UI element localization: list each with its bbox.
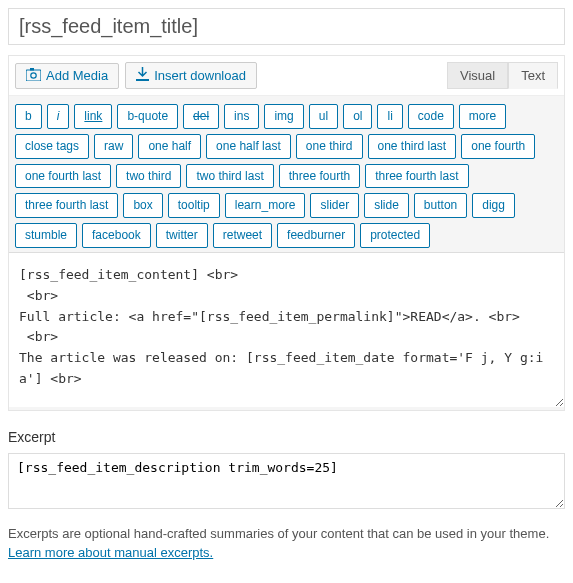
quicktag-slider[interactable]: slider [310,193,359,218]
quicktag-raw[interactable]: raw [94,134,133,159]
svg-point-1 [31,72,36,77]
svg-rect-3 [136,79,149,81]
quicktag-retweet[interactable]: retweet [213,223,272,248]
excerpt-help-link[interactable]: Learn more about manual excerpts. [8,545,213,560]
post-title-input[interactable] [8,8,565,45]
excerpt-label: Excerpt [8,429,565,445]
excerpt-help-text: Excerpts are optional hand-crafted summa… [8,524,565,563]
excerpt-help: Excerpts are optional hand-crafted summa… [8,526,549,541]
content-textarea[interactable] [9,252,564,407]
quicktag-button[interactable]: button [414,193,467,218]
quicktag-one-half[interactable]: one half [138,134,201,159]
quicktag-facebook[interactable]: facebook [82,223,151,248]
editor-tabs: Visual Text [447,62,558,89]
quicktag-one-half-last[interactable]: one half last [206,134,291,159]
quicktag-slide[interactable]: slide [364,193,409,218]
quicktag-three-fourth-last[interactable]: three fourth last [365,164,468,189]
quicktag-i[interactable]: i [47,104,70,129]
quicktag-one-fourth-last[interactable]: one fourth last [15,164,111,189]
quicktag-feedburner[interactable]: feedburner [277,223,355,248]
quicktag-stumble[interactable]: stumble [15,223,77,248]
add-media-label: Add Media [46,68,108,83]
quicktag-learn-more[interactable]: learn_more [225,193,306,218]
svg-rect-2 [30,68,34,71]
tab-text[interactable]: Text [508,62,558,89]
tab-visual[interactable]: Visual [447,62,508,89]
quicktag-tooltip[interactable]: tooltip [168,193,220,218]
add-media-button[interactable]: Add Media [15,63,119,89]
editor-container: Add Media Insert download Visual Text bi… [8,55,565,411]
quicktag-two-third-last[interactable]: two third last [186,164,273,189]
quicktag-ul[interactable]: ul [309,104,338,129]
quicktag-ol[interactable]: ol [343,104,372,129]
download-icon [136,67,149,84]
quicktag-one-third-last[interactable]: one third last [368,134,457,159]
quicktag-code[interactable]: code [408,104,454,129]
quicktag-three-fourth[interactable]: three fourth [279,164,360,189]
quicktag-del[interactable]: del [183,104,219,129]
quicktag-two-third[interactable]: two third [116,164,181,189]
quicktag-link[interactable]: link [74,104,112,129]
camera-icon [26,68,41,84]
quicktag-more[interactable]: more [459,104,506,129]
quicktag-img[interactable]: img [264,104,303,129]
quicktag-one-fourth[interactable]: one fourth [461,134,535,159]
quicktag-li[interactable]: li [377,104,402,129]
excerpt-textarea[interactable] [8,453,565,509]
quicktag-one-third[interactable]: one third [296,134,363,159]
quicktag-close-tags[interactable]: close tags [15,134,89,159]
insert-download-label: Insert download [154,68,246,83]
quicktag-b[interactable]: b [15,104,42,129]
media-toolbar: Add Media Insert download Visual Text [9,56,564,96]
quicktag-protected[interactable]: protected [360,223,430,248]
svg-rect-0 [26,70,41,81]
quicktags-toolbar: bilinkb-quotedelinsimgulollicodemoreclos… [9,96,564,252]
quicktag-b-quote[interactable]: b-quote [117,104,178,129]
quicktag-ins[interactable]: ins [224,104,259,129]
quicktag-digg[interactable]: digg [472,193,515,218]
quicktag-twitter[interactable]: twitter [156,223,208,248]
quicktag-box[interactable]: box [123,193,162,218]
quicktag-three-fourth-last[interactable]: three fourth last [15,193,118,218]
insert-download-button[interactable]: Insert download [125,62,257,89]
